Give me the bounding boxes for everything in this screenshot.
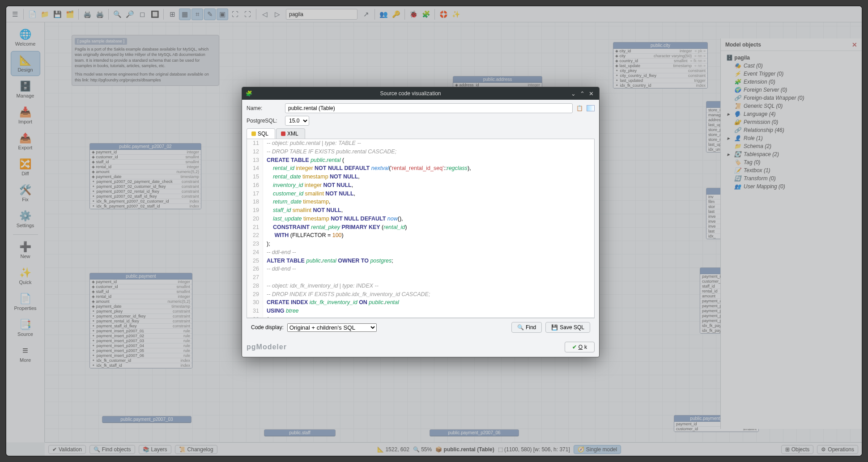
name-field[interactable] [285, 103, 573, 113]
tab-sql[interactable]: SQL [247, 128, 275, 139]
pg-label: PostgreSQL: [247, 118, 281, 124]
name-label: Name: [247, 105, 281, 111]
close-icon[interactable]: ✕ [587, 90, 596, 97]
dialog-titlebar[interactable]: 🧩 Source code visualization ⌄ ⌃ ✕ [242, 87, 599, 100]
ok-button[interactable]: ✔Ok [565, 342, 595, 352]
palette-icon[interactable] [587, 105, 595, 111]
brand-label: pgModeler [247, 343, 287, 351]
minimize-icon[interactable]: ⌄ [569, 90, 578, 97]
maximize-icon[interactable]: ⌃ [578, 90, 587, 97]
pg-version-select[interactable]: 15.0 [285, 116, 309, 126]
copy-icon[interactable]: 📋 [576, 105, 583, 111]
app-icon: 🧩 [246, 90, 252, 97]
dialog-title: Source code visualization [252, 90, 569, 97]
tab-xml[interactable]: XML [276, 128, 305, 139]
code-display-select[interactable]: Original + children's SQL [287, 323, 377, 332]
save-sql-button[interactable]: 💾 Save SQL [545, 322, 590, 333]
find-button[interactable]: 🔍 Find [511, 322, 542, 333]
code-display-label: Code display: [251, 324, 284, 331]
source-code-dialog: 🧩 Source code visualization ⌄ ⌃ ✕ Name: … [242, 87, 600, 357]
code-viewer[interactable]: 11-- object: public.rental | type: TABLE… [247, 139, 595, 318]
